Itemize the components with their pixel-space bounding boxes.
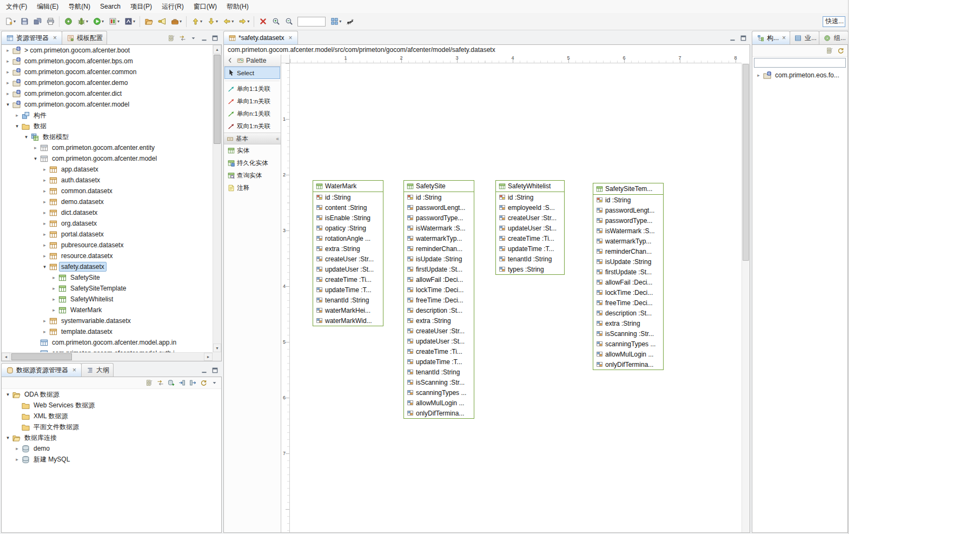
palette-tool[interactable]: 双向1:n关联 <box>224 120 280 133</box>
start-server-button[interactable] <box>62 15 74 28</box>
entity-field[interactable]: createTime :Ti... <box>496 233 564 243</box>
palette-drawer-basic[interactable]: 基本« <box>224 133 281 144</box>
entity-field[interactable]: content :String <box>313 202 383 213</box>
entity-field[interactable]: allowMulLogin ... <box>404 398 474 408</box>
tree-item[interactable]: ▸Gcom.primeton.gocom.afcenter.demo <box>2 77 213 88</box>
entity-field[interactable]: id :String <box>496 192 564 202</box>
tree-item[interactable]: ▸resource.datasetx <box>2 250 213 261</box>
scroll-up-button[interactable]: ▴ <box>213 45 221 54</box>
tree-item[interactable]: Web Services 数据源 <box>2 400 221 411</box>
collapsed-arrow-icon[interactable]: ▸ <box>41 188 49 194</box>
diagram-layout-button[interactable]: ▾ <box>328 15 343 28</box>
palette-tool[interactable]: 实体 <box>224 144 280 157</box>
scroll-right-button[interactable]: ▸ <box>204 353 213 361</box>
collapsed-arrow-icon[interactable]: ▸ <box>50 296 58 302</box>
tree-item[interactable]: com.primeton.gocom.afcenter.model.auth.i <box>2 348 213 352</box>
tab[interactable]: *safety.datasetx× <box>223 31 298 44</box>
entity-field[interactable]: lockTime :Deci... <box>404 285 474 295</box>
entity-field[interactable]: employeeId :S... <box>496 202 564 213</box>
tab[interactable]: 资源管理器× <box>1 31 62 44</box>
entity-header[interactable]: SafetySite <box>404 181 474 192</box>
maximize-button[interactable] <box>210 33 220 43</box>
collapsed-arrow-icon[interactable]: ▸ <box>41 177 49 183</box>
collapsed-arrow-icon[interactable]: ▸ <box>13 113 21 118</box>
menu-item[interactable]: 帮助(H) <box>222 0 254 14</box>
tree-item[interactable]: ▸portal.datasetx <box>2 229 213 240</box>
tab-close-icon[interactable]: × <box>71 367 77 373</box>
entity-field[interactable]: createUser :Str... <box>313 254 383 264</box>
new-connection-button[interactable] <box>166 378 176 388</box>
view-menu-button[interactable] <box>209 378 220 388</box>
search-button[interactable] <box>156 15 168 28</box>
tree-item[interactable]: 平面文件数据源 <box>2 421 221 432</box>
dropdown-arrow-icon[interactable]: ▾ <box>14 19 16 24</box>
entity-field[interactable]: passwordLengt... <box>593 205 663 215</box>
import-profile-button[interactable] <box>177 378 187 388</box>
entity-header[interactable]: WaterMark <box>313 181 383 192</box>
menu-item[interactable]: 项目(P) <box>125 0 157 14</box>
entity-field[interactable]: isUpdate :String <box>593 256 663 267</box>
tab[interactable]: 业... <box>790 31 819 44</box>
tree-item[interactable]: ▸Gcom.primeton.gocom.afcenter.dict <box>2 88 213 99</box>
entity-field[interactable]: types :String <box>496 264 564 274</box>
forward-button[interactable]: ▾ <box>236 15 251 28</box>
entity-field[interactable]: firstUpdate :St... <box>593 267 663 277</box>
palette-tool[interactable]: 单向n:1关联 <box>224 108 280 120</box>
tree-item[interactable]: ▾数据模型 <box>2 131 213 142</box>
refresh-button[interactable] <box>198 378 209 388</box>
entity-field[interactable]: opaticy :String <box>313 223 383 233</box>
tree-item[interactable]: ▸新建 MySQL <box>2 454 221 465</box>
collapsed-arrow-icon[interactable]: ▸ <box>13 446 21 451</box>
menu-item[interactable]: Search <box>95 1 125 12</box>
entity-field[interactable]: updateUser :St... <box>496 223 564 233</box>
entity-field[interactable]: createUser :Str... <box>404 326 474 336</box>
remove-terminated-button[interactable] <box>257 15 269 28</box>
link-editor-button[interactable] <box>155 378 165 388</box>
run-button[interactable]: ▾ <box>91 15 105 28</box>
menu-item[interactable]: 文件(F) <box>1 0 32 14</box>
palette-tool[interactable]: 持久化实体 <box>224 157 280 169</box>
tree-item[interactable]: ▸SafetySiteTemplate <box>2 283 213 294</box>
tree-item[interactable]: ▸dict.datasetx <box>2 207 213 218</box>
collapsed-arrow-icon[interactable]: ▸ <box>41 318 49 324</box>
dropdown-arrow-icon[interactable]: ▾ <box>102 19 104 24</box>
expanded-arrow-icon[interactable]: ▾ <box>4 435 12 440</box>
tree-item[interactable]: ▸com.primeton.gocom.afcenter.entity <box>2 142 213 153</box>
explorer-vscrollbar[interactable]: ▴ ▾ <box>213 45 221 352</box>
tree-item[interactable]: ▾ODA 数据源 <box>2 389 221 400</box>
tree-item[interactable]: com.primeton.gocom.afcenter.model.app.in <box>2 337 213 348</box>
entity-field[interactable]: waterMarkWid... <box>313 315 383 326</box>
entity-field[interactable]: freeTime :Deci... <box>404 295 474 305</box>
collapsed-arrow-icon[interactable]: ▸ <box>41 221 49 226</box>
dropdown-arrow-icon[interactable]: ▾ <box>216 19 218 24</box>
tab[interactable]: 构...× <box>752 31 790 44</box>
entity-field[interactable]: updateTime :T... <box>313 285 383 295</box>
entity-field[interactable]: passwordType... <box>404 213 474 223</box>
dropdown-arrow-icon[interactable]: ▾ <box>133 19 135 24</box>
collapsed-arrow-icon[interactable]: ▸ <box>4 80 12 85</box>
tree-item[interactable]: ▸template.datasetx <box>2 326 213 337</box>
entity-box[interactable]: SafetySiteid :StringpasswordLengt...pass… <box>403 180 474 419</box>
zoom-out-button[interactable] <box>283 15 295 28</box>
dropdown-arrow-icon[interactable]: ▾ <box>117 19 120 24</box>
entity-field[interactable]: allowFail :Deci... <box>404 274 474 285</box>
link-editor-button[interactable] <box>177 33 188 43</box>
minimize-button[interactable] <box>727 33 738 43</box>
tree-item[interactable]: ▸demo.datasetx <box>2 196 213 207</box>
collapsed-arrow-icon[interactable]: ▸ <box>4 48 12 53</box>
expanded-arrow-icon[interactable]: ▾ <box>31 156 39 161</box>
scrollbar-thumb[interactable] <box>743 64 749 261</box>
palette-tool[interactable]: 单向1:n关联 <box>224 95 280 108</box>
print-button[interactable] <box>44 15 56 28</box>
entity-field[interactable]: description :St... <box>404 305 474 315</box>
tree-item[interactable]: ▸app.datasetx <box>2 164 213 175</box>
tree-item[interactable]: ▸pubresource.datasetx <box>2 240 213 250</box>
tree-item[interactable]: ▸org.datasetx <box>2 218 213 229</box>
tree-item[interactable]: ▸common.datasetx <box>2 186 213 196</box>
entity-field[interactable]: reminderChan... <box>593 246 663 256</box>
entity-field[interactable]: onlyDifTermina... <box>404 408 474 418</box>
collapsed-arrow-icon[interactable]: ▸ <box>50 286 58 291</box>
dropdown-arrow-icon[interactable]: ▾ <box>247 19 249 24</box>
ant-build-button[interactable] <box>344 15 356 28</box>
debug-button[interactable]: ▾ <box>75 15 90 28</box>
